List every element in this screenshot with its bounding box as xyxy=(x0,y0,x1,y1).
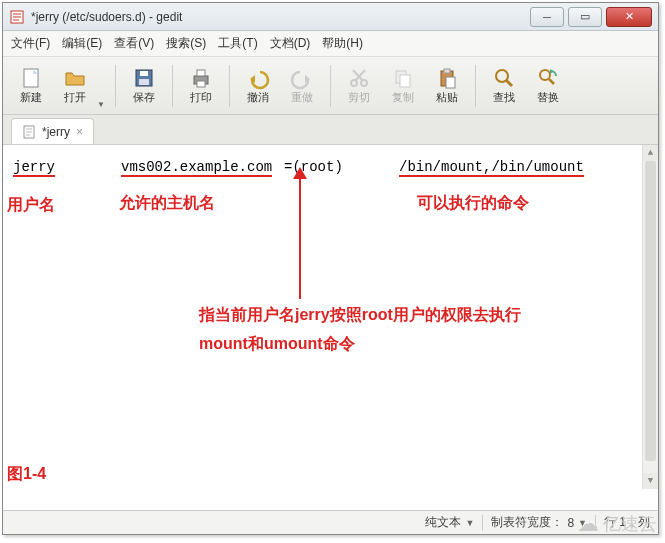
open-label: 打开 xyxy=(64,90,86,105)
menu-file[interactable]: 文件(F) xyxy=(11,35,50,52)
status-language-label: 纯文本 xyxy=(425,514,461,531)
print-label: 打印 xyxy=(190,90,212,105)
status-tabwidth-label: 制表符宽度： xyxy=(491,514,563,531)
find-replace-icon xyxy=(536,66,560,90)
new-label: 新建 xyxy=(20,90,42,105)
window-buttons: ─ ▭ ✕ xyxy=(530,7,652,27)
dropdown-caret-icon: ▼ xyxy=(465,518,474,528)
app-window: *jerry (/etc/sudoers.d) - gedit ─ ▭ ✕ 文件… xyxy=(2,2,659,535)
status-position-text: 行 1，列 xyxy=(604,514,650,531)
menu-help[interactable]: 帮助(H) xyxy=(322,35,363,52)
status-tabwidth[interactable]: 制表符宽度： 8 ▼ xyxy=(483,514,595,531)
menu-search[interactable]: 搜索(S) xyxy=(166,35,206,52)
magnifier-find-icon xyxy=(492,66,516,90)
dropdown-caret-icon: ▼ xyxy=(578,518,587,528)
copy-icon xyxy=(391,66,415,90)
find-label: 查找 xyxy=(493,90,515,105)
scroll-up-icon[interactable]: ▲ xyxy=(643,145,658,161)
new-button[interactable]: 新建 xyxy=(11,64,51,107)
menu-doc[interactable]: 文档(D) xyxy=(270,35,311,52)
annotation-commands-label: 可以执行的命令 xyxy=(417,193,529,214)
annotation-username-label: 用户名 xyxy=(7,195,55,216)
svg-marker-27 xyxy=(550,69,554,74)
paste-button[interactable]: 粘贴 xyxy=(427,64,467,107)
status-bar: 纯文本 ▼ 制表符宽度： 8 ▼ 行 1，列 xyxy=(3,510,658,534)
token-commands: /bin/mount,/bin/umount xyxy=(399,159,584,177)
replace-button[interactable]: 替换 xyxy=(528,64,568,107)
cut-label: 剪切 xyxy=(348,90,370,105)
status-language[interactable]: 纯文本 ▼ xyxy=(417,514,482,531)
status-tabwidth-value: 8 xyxy=(567,516,574,530)
cut-button[interactable]: 剪切 xyxy=(339,64,379,107)
svg-rect-4 xyxy=(24,69,38,87)
scroll-down-icon[interactable]: ▼ xyxy=(643,473,658,489)
open-dropdown-caret-icon[interactable]: ▼ xyxy=(95,63,107,109)
text-document-icon xyxy=(22,125,36,139)
menu-edit[interactable]: 编辑(E) xyxy=(62,35,102,52)
svg-rect-21 xyxy=(444,69,450,73)
print-button[interactable]: 打印 xyxy=(181,64,221,107)
vertical-scrollbar[interactable]: ▲ ▼ xyxy=(642,145,658,489)
undo-button[interactable]: 撤消 xyxy=(238,64,278,107)
open-button[interactable]: 打开 xyxy=(55,64,95,107)
find-button[interactable]: 查找 xyxy=(484,64,524,107)
toolbar: 新建 打开 ▼ 保存 打印 撤消 重做 剪切 xyxy=(3,57,658,115)
svg-rect-11 xyxy=(197,81,205,87)
separator xyxy=(115,65,116,107)
annotation-hostname-label: 允许的主机名 xyxy=(119,193,215,214)
printer-icon xyxy=(189,66,213,90)
svg-point-25 xyxy=(540,70,550,80)
scissors-cut-icon xyxy=(347,66,371,90)
separator xyxy=(172,65,173,107)
copy-label: 复制 xyxy=(392,90,414,105)
token-hostname: vms002.example.com xyxy=(121,159,272,177)
svg-rect-10 xyxy=(197,70,205,76)
window-title: *jerry (/etc/sudoers.d) - gedit xyxy=(31,10,530,24)
replace-label: 替换 xyxy=(537,90,559,105)
new-document-icon xyxy=(19,66,43,90)
redo-arrow-icon xyxy=(290,66,314,90)
tab-jerry[interactable]: *jerry × xyxy=(11,118,94,144)
editor-area[interactable]: jerry vms002.example.com =(root) /bin/mo… xyxy=(3,145,658,489)
svg-rect-8 xyxy=(139,79,149,85)
svg-line-24 xyxy=(506,80,512,86)
svg-line-26 xyxy=(549,79,554,84)
title-bar[interactable]: *jerry (/etc/sudoers.d) - gedit ─ ▭ ✕ xyxy=(3,3,658,31)
tab-label: *jerry xyxy=(42,125,70,139)
svg-rect-7 xyxy=(140,71,148,76)
undo-arrow-icon xyxy=(246,66,270,90)
copy-button[interactable]: 复制 xyxy=(383,64,423,107)
save-button[interactable]: 保存 xyxy=(124,64,164,107)
menu-view[interactable]: 查看(V) xyxy=(114,35,154,52)
paste-label: 粘贴 xyxy=(436,90,458,105)
menu-bar: 文件(F) 编辑(E) 查看(V) 搜索(S) 工具(T) 文档(D) 帮助(H… xyxy=(3,31,658,57)
svg-rect-19 xyxy=(400,75,410,87)
undo-label: 撤消 xyxy=(247,90,269,105)
clipboard-paste-icon xyxy=(435,66,459,90)
save-label: 保存 xyxy=(133,90,155,105)
tab-close-button[interactable]: × xyxy=(76,125,83,139)
maximize-button[interactable]: ▭ xyxy=(568,7,602,27)
menu-tools[interactable]: 工具(T) xyxy=(218,35,257,52)
redo-label: 重做 xyxy=(291,90,313,105)
annotation-figure-label: 图1-4 xyxy=(7,464,46,485)
token-username: jerry xyxy=(13,159,55,177)
svg-rect-22 xyxy=(446,77,455,88)
redo-button[interactable]: 重做 xyxy=(282,64,322,107)
annotation-arrowhead-icon xyxy=(293,167,307,179)
folder-open-icon xyxy=(63,66,87,90)
floppy-save-icon xyxy=(132,66,156,90)
scrollbar-thumb[interactable] xyxy=(645,161,656,461)
tab-strip: *jerry × xyxy=(3,115,658,145)
status-cursor-position: 行 1，列 xyxy=(596,514,658,531)
separator xyxy=(229,65,230,107)
separator xyxy=(475,65,476,107)
close-button[interactable]: ✕ xyxy=(606,7,652,27)
annotation-arrow xyxy=(299,171,301,299)
annotation-description: 指当前用户名jerry按照root用户的权限去执行mount和umount命令 xyxy=(199,301,569,359)
minimize-button[interactable]: ─ xyxy=(530,7,564,27)
separator xyxy=(330,65,331,107)
gedit-app-icon xyxy=(9,9,25,25)
